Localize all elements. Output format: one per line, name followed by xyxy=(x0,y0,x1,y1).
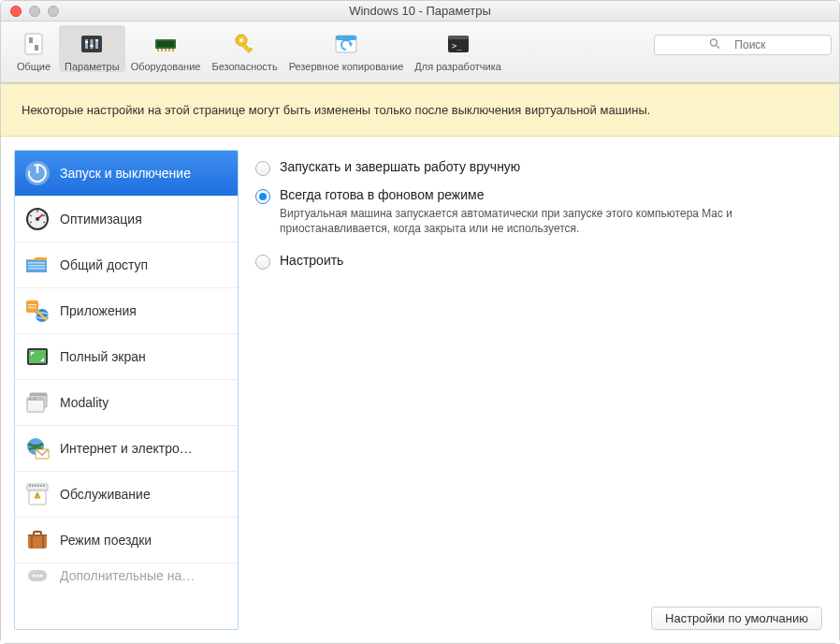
radio-label: Запускать и завершать работу вручную xyxy=(280,159,520,174)
svg-text:>_: >_ xyxy=(452,41,462,51)
sidebar-item-applications[interactable]: Приложения xyxy=(15,288,238,334)
svg-rect-74 xyxy=(31,534,33,549)
svg-point-62 xyxy=(29,485,31,487)
toolbar-tab-developer[interactable]: >_ Для разработчика xyxy=(409,25,507,72)
toolbar-label: Параметры xyxy=(65,61,120,72)
sidebar-item-label: Интернет и электро… xyxy=(60,441,193,456)
svg-rect-14 xyxy=(165,49,167,51)
restore-defaults-button[interactable]: Настройки по умолчанию xyxy=(651,607,822,630)
svg-point-56 xyxy=(29,399,31,401)
search-input[interactable] xyxy=(654,35,832,55)
sliders-icon xyxy=(77,29,107,59)
svg-rect-44 xyxy=(28,268,45,270)
terminal-icon: >_ xyxy=(443,29,473,59)
svg-rect-43 xyxy=(28,265,45,267)
toolbar-tab-security[interactable]: Безопасность xyxy=(206,25,282,72)
apps-icon xyxy=(24,298,51,324)
sidebar-item-maintenance[interactable]: ! Обслуживание xyxy=(15,472,238,518)
radio-description: Виртуальная машина запускается автоматич… xyxy=(280,206,804,236)
svg-rect-1 xyxy=(29,37,33,43)
svg-point-65 xyxy=(37,485,39,487)
svg-point-18 xyxy=(239,38,243,42)
svg-rect-15 xyxy=(168,49,170,51)
radio-icon xyxy=(255,189,270,204)
zoom-window-icon[interactable] xyxy=(48,6,59,17)
radio-option-custom[interactable]: Настроить xyxy=(255,253,822,270)
toolbar-tab-options[interactable]: Параметры xyxy=(59,25,125,72)
toolbar-tab-hardware[interactable]: Оборудование xyxy=(125,25,207,72)
sidebar-item-label: Обслуживание xyxy=(60,487,151,502)
settings-window: Windows 10 - Параметры Общие xyxy=(0,0,840,644)
svg-rect-7 xyxy=(85,41,88,43)
gauge-icon xyxy=(24,206,51,232)
key-icon xyxy=(230,29,260,59)
svg-rect-9 xyxy=(95,39,98,41)
svg-rect-45 xyxy=(26,300,38,313)
svg-point-66 xyxy=(40,485,42,487)
svg-point-78 xyxy=(36,574,38,577)
svg-rect-4 xyxy=(85,39,88,49)
radio-option-always-ready[interactable]: Всегда готова в фоновом режиме Виртуальн… xyxy=(255,187,822,236)
svg-point-79 xyxy=(39,574,42,577)
globe-mail-icon xyxy=(24,435,51,461)
svg-rect-20 xyxy=(250,48,253,51)
sidebar-item-label: Общий доступ xyxy=(60,257,148,272)
sidebar-item-label: Дополнительные на… xyxy=(60,568,195,583)
svg-point-57 xyxy=(32,399,34,401)
toolbar-tab-general[interactable]: Общие xyxy=(8,25,59,72)
svg-rect-2 xyxy=(35,45,38,51)
toolbar-label: Для разработчика xyxy=(414,61,501,72)
svg-point-58 xyxy=(34,399,36,401)
svg-point-77 xyxy=(32,574,35,577)
svg-rect-8 xyxy=(91,45,94,47)
sidebar-item-travel-mode[interactable]: Режим поездки xyxy=(15,518,238,564)
sidebar-item-more-options[interactable]: Дополнительные на… xyxy=(15,564,238,584)
radio-option-manual[interactable]: Запускать и завершать работу вручную xyxy=(255,159,822,176)
power-icon xyxy=(24,160,51,186)
warning-text: Некоторые настройки на этой странице мог… xyxy=(22,103,650,117)
sidebar: Запуск и выключение Оптимизация xyxy=(14,150,239,630)
minimize-window-icon[interactable] xyxy=(29,6,40,17)
svg-rect-46 xyxy=(28,304,36,305)
radio-label: Настроить xyxy=(280,253,343,268)
radio-label: Всегда готова в фоновом режиме xyxy=(280,187,804,202)
radio-icon xyxy=(255,161,270,176)
sidebar-item-optimization[interactable]: Оптимизация xyxy=(15,197,238,242)
radio-icon xyxy=(255,255,270,270)
warning-banner: Некоторые настройки на этой странице мог… xyxy=(1,83,839,137)
footer: Настройки по умолчанию xyxy=(651,607,822,630)
svg-point-63 xyxy=(32,485,34,487)
svg-rect-13 xyxy=(161,49,163,51)
sidebar-item-sharing[interactable]: Общий доступ xyxy=(15,242,238,288)
svg-point-67 xyxy=(43,485,45,487)
svg-rect-42 xyxy=(28,262,45,264)
svg-rect-5 xyxy=(91,39,94,49)
sidebar-item-modality[interactable]: Modality xyxy=(15,380,238,426)
sidebar-item-web-email[interactable]: Интернет и электро… xyxy=(15,426,238,472)
svg-text:!: ! xyxy=(36,493,37,499)
toolbar: Общие Параметры xyxy=(1,22,839,83)
maintenance-icon: ! xyxy=(24,481,51,507)
chip-icon xyxy=(151,29,181,59)
svg-rect-75 xyxy=(42,534,44,549)
sidebar-item-label: Приложения xyxy=(60,303,137,318)
folder-share-icon xyxy=(24,252,51,278)
close-window-icon[interactable] xyxy=(10,6,22,17)
suitcase-icon xyxy=(24,527,51,553)
sidebar-item-label: Полный экран xyxy=(60,349,146,364)
svg-rect-11 xyxy=(157,41,174,47)
svg-point-40 xyxy=(36,217,39,221)
titlebar: Windows 10 - Параметры xyxy=(1,1,839,22)
toolbar-label: Безопасность xyxy=(211,61,277,72)
more-icon xyxy=(24,568,51,583)
search-wrap xyxy=(654,35,832,55)
content-pane: Запускать и завершать работу вручную Все… xyxy=(252,150,826,630)
svg-rect-12 xyxy=(157,49,159,51)
sidebar-item-startup-shutdown[interactable]: Запуск и выключение xyxy=(15,151,238,197)
traffic-lights xyxy=(1,6,59,17)
svg-rect-0 xyxy=(25,34,42,54)
sidebar-item-fullscreen[interactable]: Полный экран xyxy=(15,334,238,380)
sidebar-item-label: Оптимизация xyxy=(60,212,142,227)
toolbar-tab-backup[interactable]: Резервное копирование xyxy=(283,25,410,72)
switch-icon xyxy=(19,29,49,59)
